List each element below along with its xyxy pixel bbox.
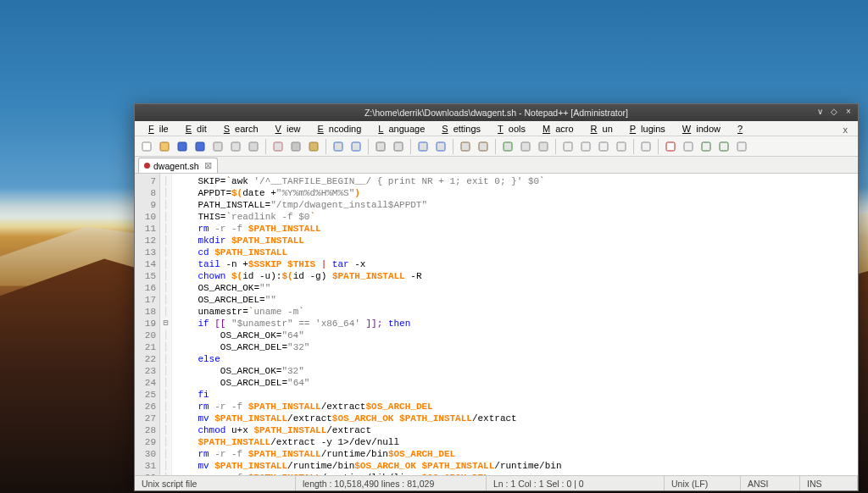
sync-h-icon (477, 141, 489, 152)
redo-button[interactable] (348, 138, 364, 155)
monitor-button[interactable] (637, 138, 654, 155)
code-line[interactable]: THIS=`readlink -f $0` (175, 211, 854, 223)
menu-settings[interactable]: Settings (431, 123, 486, 135)
tab-close-icon[interactable]: ⊠ (203, 160, 212, 171)
menu-language[interactable]: Language (368, 123, 430, 135)
record-icon (665, 141, 676, 152)
fold-column[interactable]: ││││││││││││⊟│││││││││││││││││││││││⊟││ (160, 174, 172, 475)
stop-button[interactable] (680, 138, 697, 155)
svg-rect-9 (309, 142, 318, 151)
zoom-in-button[interactable] (415, 138, 431, 155)
code-area[interactable]: SKIP=`awk '/^__TARFILE_BEGIN__/ { print … (172, 174, 858, 475)
close-button[interactable] (209, 138, 226, 155)
svg-rect-22 (581, 142, 590, 151)
undo-button[interactable] (330, 138, 347, 155)
titlebar[interactable]: Z:\home\derrik\Downloads\dwagent.sh - No… (135, 104, 858, 121)
folder-panel-icon (615, 141, 627, 152)
menu-edit[interactable]: Edit (175, 123, 212, 135)
play-button[interactable] (698, 138, 715, 155)
menu-run[interactable]: Run (581, 123, 618, 135)
code-line[interactable]: mkdir $PATH_INSTALL (175, 235, 854, 246)
status-mode[interactable]: INS (800, 476, 858, 490)
pane-close-button[interactable]: x (843, 125, 849, 135)
code-line[interactable]: unamestr=`uname -m` (175, 306, 854, 318)
code-line[interactable]: if [[ "$unamestr" == 'x86_64' ]]; then (175, 318, 854, 330)
func-list-button[interactable] (595, 138, 612, 155)
tab-label: dwagent.sh (153, 161, 199, 171)
save-all-button[interactable] (192, 138, 209, 155)
cut-button[interactable] (270, 138, 287, 155)
zoom-out-button[interactable] (432, 138, 449, 155)
tab-dwagent[interactable]: dwagent.sh ⊠ (138, 158, 218, 173)
menu-encoding[interactable]: Encoding (307, 123, 366, 135)
sync-h-button[interactable] (475, 138, 492, 155)
indent-guide-button[interactable] (535, 138, 552, 155)
copy-button[interactable] (287, 138, 304, 155)
line-number-gutter: 7891011121314151617181920212223242526272… (135, 174, 160, 475)
menu-plugins[interactable]: Plugins (620, 123, 670, 135)
code-line[interactable]: cd $PATH_INSTALL (175, 246, 854, 258)
menu-file[interactable]: File (138, 123, 174, 135)
minimize-icon[interactable]: ∨ (814, 106, 826, 118)
folder-panel-button[interactable] (613, 138, 630, 155)
find-button[interactable] (372, 138, 389, 155)
code-line[interactable]: PATH_INSTALL="/tmp/dwagent_install$APPDT… (175, 199, 854, 211)
code-line[interactable]: chown $(id -u):$(id -g) $PATH_INSTALL -R (175, 270, 854, 282)
svg-rect-17 (479, 142, 487, 151)
close-all-button[interactable] (227, 138, 244, 155)
code-line[interactable]: $PATH_INSTALL/extract -y 1>/dev/null (175, 436, 854, 448)
statusbar: Unix script file length : 10,518,490 lin… (135, 475, 858, 490)
code-line[interactable]: rm -r -f $PATH_INSTALL/runtime/bin$OS_AR… (175, 448, 854, 460)
save-all-icon (194, 141, 206, 152)
paste-button[interactable] (305, 138, 322, 155)
code-line[interactable]: chmod u+x $PATH_INSTALL/extract (175, 424, 854, 436)
svg-rect-13 (394, 142, 403, 151)
code-line[interactable]: SKIP=`awk '/^__TARFILE_BEGIN__/ { print … (175, 175, 854, 187)
menu-macro[interactable]: Macro (532, 123, 579, 135)
menu-window[interactable]: Window (672, 123, 726, 135)
play-icon (700, 141, 712, 152)
code-line[interactable]: OS_ARCH_OK="32" (175, 365, 854, 377)
code-line[interactable]: else (175, 353, 854, 365)
undo-icon (332, 141, 344, 152)
svg-rect-2 (178, 142, 186, 151)
code-line[interactable]: OS_ARCH_OK="64" (175, 330, 854, 341)
code-line[interactable]: rm -r -f $PATH_INSTALL/extract$OS_ARCH_D… (175, 401, 854, 413)
tabbar: dwagent.sh ⊠ (135, 157, 858, 174)
menu-help[interactable]: ? (727, 123, 753, 135)
replace-button[interactable] (390, 138, 407, 155)
menu-tools[interactable]: Tools (487, 123, 531, 135)
code-line[interactable]: rm -r -f $PATH_INSTALL (175, 223, 854, 235)
doc-map-button[interactable] (577, 138, 594, 155)
status-eol[interactable]: Unix (LF) (665, 476, 741, 490)
code-line[interactable]: mv $PATH_INSTALL/extract$OS_ARCH_OK $PAT… (175, 413, 854, 424)
lang-udf-button[interactable] (559, 138, 576, 155)
close-all-icon (230, 141, 242, 152)
close-icon[interactable]: × (843, 106, 854, 118)
open-button[interactable] (156, 138, 173, 155)
svg-rect-27 (684, 142, 693, 151)
play-multi-button[interactable] (715, 138, 732, 155)
code-line[interactable]: mv $PATH_INSTALL/runtime/bin$OS_ARCH_OK … (175, 460, 854, 472)
new-button[interactable] (138, 138, 155, 155)
code-line[interactable]: APPDT=$(date +"%Y%m%d%H%M%S") (175, 187, 854, 199)
record-button[interactable] (662, 138, 679, 155)
status-encoding[interactable]: ANSI (741, 476, 800, 490)
code-line[interactable]: tail -n +$SSKIP $THIS | tar -x (175, 258, 854, 270)
code-line[interactable]: OS_ARCH_DEL="32" (175, 341, 854, 353)
editor[interactable]: 7891011121314151617181920212223242526272… (135, 174, 858, 475)
maximize-icon[interactable]: ◇ (828, 106, 840, 118)
code-line[interactable]: OS_ARCH_OK="" (175, 282, 854, 294)
save-button[interactable] (174, 138, 191, 155)
menu-search[interactable]: Search (214, 123, 264, 135)
code-line[interactable]: OS_ARCH_DEL="" (175, 294, 854, 306)
all-chars-button[interactable] (517, 138, 534, 155)
sync-v-button[interactable] (457, 138, 474, 155)
stop-icon (682, 141, 694, 152)
menu-view[interactable]: View (265, 123, 306, 135)
word-wrap-button[interactable] (499, 138, 516, 155)
code-line[interactable]: fi (175, 389, 854, 401)
save-macro-button[interactable] (733, 138, 750, 155)
code-line[interactable]: OS_ARCH_DEL="64" (175, 377, 854, 389)
print-button[interactable] (245, 138, 262, 155)
